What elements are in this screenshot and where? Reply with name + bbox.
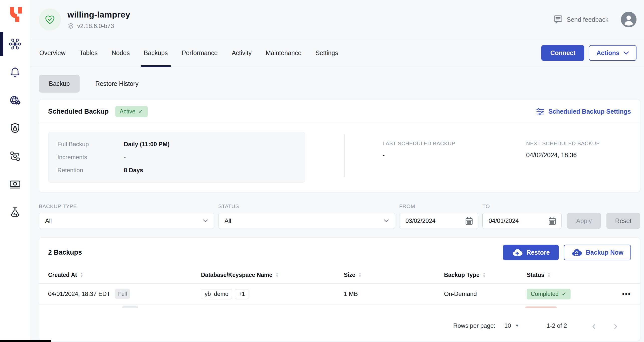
sort-icon [482, 272, 486, 278]
last-scheduled-backup-value: - [383, 151, 487, 159]
backup-now-button[interactable]: Backup Now [564, 245, 631, 260]
subtab-backup[interactable]: Backup [39, 75, 80, 93]
full-backup-value: Daily (11:00 PM) [124, 141, 296, 148]
row-status-label: Completed [531, 291, 559, 297]
tab-activity[interactable]: Activity [232, 39, 252, 67]
last-scheduled-backup-label: LAST SCHEDULED BACKUP [383, 140, 487, 146]
check-icon [562, 291, 566, 297]
sort-icon [275, 272, 279, 278]
sort-icon [547, 272, 551, 278]
send-feedback-label: Send feedback [567, 16, 608, 23]
sidebar-item-network[interactable] [0, 88, 30, 112]
app-root: willing-lamprey v2.18.6.0-b73 Send feedb… [0, 0, 644, 342]
apply-button[interactable]: Apply [567, 213, 601, 229]
restore-button-label: Restore [526, 249, 550, 256]
backup-type-select[interactable]: All [39, 213, 214, 229]
sort-icon [80, 272, 83, 278]
tab-backups[interactable]: Backups [144, 39, 168, 67]
actions-button-label: Actions [596, 49, 619, 57]
chevron-down-icon [623, 51, 629, 55]
full-backup-label: Full Backup [57, 141, 124, 148]
column-backup-type-label: Backup Type [444, 272, 479, 278]
column-status-label: Status [527, 272, 544, 278]
scheduled-backup-status-badge: Active [115, 106, 148, 117]
previous-page-button[interactable] [592, 321, 596, 331]
cloud-sync-icon [571, 249, 582, 257]
retention-value: 8 Days [124, 167, 296, 174]
scheduled-backup-card: Scheduled Backup Active Scheduled Backup… [39, 99, 640, 192]
reset-button[interactable]: Reset [606, 213, 640, 229]
column-keyspace-label: Database/Keyspace Name [201, 272, 272, 278]
row-type-badge: Full [115, 289, 130, 299]
table-row-partial [48, 304, 631, 308]
column-size[interactable]: Size [344, 272, 444, 278]
tab-settings[interactable]: Settings [315, 39, 338, 67]
feedback-icon [553, 14, 563, 25]
status-select-value: All [225, 217, 231, 224]
status-badge-label: Active [120, 108, 136, 115]
chevron-down-icon [384, 219, 389, 223]
sidebar-item-integrations[interactable] [0, 144, 30, 168]
send-feedback-button[interactable]: Send feedback [553, 14, 608, 25]
next-scheduled-backup-value: 04/02/2024, 18:36 [526, 151, 631, 159]
restore-button[interactable]: Restore [503, 245, 559, 260]
rows-per-page-value: 10 [504, 322, 511, 329]
tab-maintenance[interactable]: Maintenance [266, 39, 301, 67]
status-select[interactable]: All [218, 213, 395, 229]
table-row[interactable]: 04/01/2024, 18:37 EDT Full yb_demo +1 1 … [39, 284, 640, 304]
globe-settings-icon [9, 94, 21, 106]
subtab-restore-history[interactable]: Restore History [85, 75, 148, 93]
column-created-at[interactable]: Created At [48, 272, 201, 278]
increments-label: Increments [57, 154, 124, 161]
sidebar-item-alerts[interactable] [0, 60, 30, 84]
increments-value: - [124, 154, 296, 161]
tab-overview[interactable]: Overview [39, 39, 65, 67]
backup-subtabs: Backup Restore History [39, 75, 640, 93]
sidebar-item-billing[interactable] [0, 172, 30, 196]
sidebar-item-security[interactable] [0, 116, 30, 140]
column-backup-type[interactable]: Backup Type [444, 272, 527, 278]
column-keyspace[interactable]: Database/Keyspace Name [201, 272, 344, 278]
backups-count-title: 2 Backups [48, 249, 82, 256]
sidebar [0, 0, 30, 342]
user-avatar[interactable] [621, 12, 636, 27]
heart-check-icon [44, 14, 56, 25]
cloud-upload-icon [512, 249, 522, 257]
actions-button[interactable]: Actions [589, 45, 636, 61]
rows-per-page-select[interactable]: 10 [504, 322, 519, 329]
scheduled-backup-settings-label: Scheduled Backup Settings [549, 108, 631, 115]
yugabyte-logo-icon[interactable] [0, 0, 30, 24]
cluster-version: v2.18.6.0-b73 [77, 23, 114, 30]
clusters-icon [9, 38, 21, 50]
connect-button[interactable]: Connect [541, 45, 584, 61]
pagination-range: 1-2 of 2 [547, 322, 567, 329]
to-date-input[interactable] [482, 213, 562, 229]
last-scheduled-backup: LAST SCHEDULED BACKUP - [383, 132, 487, 159]
vertical-divider [344, 134, 345, 177]
sidebar-item-clusters[interactable] [0, 32, 30, 56]
row-backup-type: On-Demand [444, 290, 527, 297]
flask-icon [9, 206, 21, 218]
from-date-input[interactable] [399, 213, 478, 229]
scheduled-backup-settings-link[interactable]: Scheduled Backup Settings [536, 107, 631, 116]
next-scheduled-backup-label: NEXT SCHEDULED BACKUP [526, 140, 631, 146]
status-filter-label: STATUS [218, 203, 395, 209]
check-icon [138, 108, 143, 115]
flow-icon [9, 150, 21, 162]
next-page-button[interactable] [614, 321, 617, 331]
bottom-edge-artifact [0, 340, 51, 342]
keyspace-more-chip[interactable]: +1 [235, 289, 249, 299]
tab-performance[interactable]: Performance [182, 39, 218, 67]
backups-table-header: Created At Database/Keyspace Name Size B… [39, 266, 640, 284]
cluster-name: willing-lamprey [67, 10, 130, 20]
sidebar-nav [0, 32, 30, 228]
backups-page: Backup Restore History Scheduled Backup … [30, 67, 644, 342]
column-status[interactable]: Status [527, 272, 615, 278]
row-status-badge: Completed [527, 289, 571, 299]
sidebar-item-labs[interactable] [0, 200, 30, 224]
row-actions-menu-button[interactable] [622, 290, 631, 298]
cluster-health-badge [39, 9, 61, 31]
tab-tables[interactable]: Tables [79, 39, 97, 67]
backup-type-filter-label: BACKUP TYPE [39, 203, 214, 209]
tab-nodes[interactable]: Nodes [112, 39, 130, 67]
